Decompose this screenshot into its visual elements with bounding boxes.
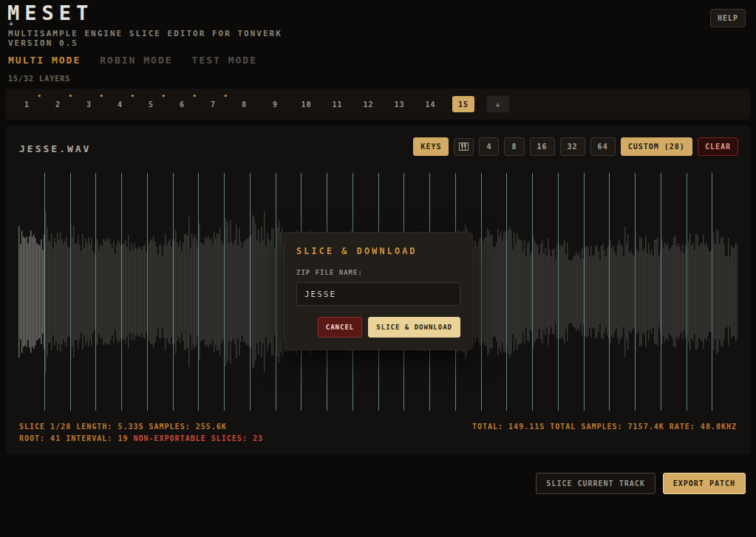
layer-tab-label: 4: [118, 100, 123, 109]
keys-button[interactable]: KEYS: [413, 137, 449, 156]
divide-16-button[interactable]: 16: [530, 137, 555, 156]
editor-toolbar: KEYS 48163264 CUSTOM (28) CLEAR: [413, 137, 738, 156]
layer-tab-label: 11: [332, 100, 342, 109]
layer-tab-12[interactable]: 12: [359, 96, 378, 112]
layer-tab-6[interactable]: 6•: [173, 96, 191, 112]
layer-tab-label: 10: [301, 100, 311, 109]
divide-8-button[interactable]: 8: [504, 137, 524, 156]
divide-4-button[interactable]: 4: [479, 137, 499, 156]
app-subtitle: MULTISAMPLE ENGINE SLICE EDITOR FOR TONV…: [8, 29, 282, 38]
layer-tab-15[interactable]: 15: [452, 96, 474, 112]
slice-status-line: SLICE 1/28 LENGTH: 5.33S SAMPLES: 255.6K: [19, 423, 227, 431]
clear-button[interactable]: CLEAR: [698, 137, 738, 156]
add-layer-button[interactable]: +: [487, 96, 509, 112]
tab-multi-mode[interactable]: MULTI MODE: [8, 55, 81, 66]
layer-tab-4[interactable]: 4•: [111, 96, 129, 112]
non-exportable-warning: NON-EXPORTABLE SLICES: 23: [133, 434, 263, 442]
mode-tabs: MULTI MODE ROBIN MODE TEST MODE: [8, 55, 257, 66]
layer-tab-label: 12: [363, 100, 373, 109]
layers-count-label: 15/32 LAYERS: [8, 75, 70, 83]
app-version: VERSION 0.5: [8, 38, 78, 48]
layer-tab-14[interactable]: 14: [421, 96, 440, 112]
divide-32-button[interactable]: 32: [560, 137, 585, 156]
footer-actions: SLICE CURRENT TRACK EXPORT PATCH: [536, 473, 746, 494]
zip-file-name-label: ZIP FILE NAME:: [296, 269, 460, 276]
modal-title: SLICE & DOWNLOAD: [296, 246, 460, 256]
app-root: MESET + MULTISAMPLE ENGINE SLICE EDITOR …: [0, 0, 756, 537]
layer-strip: 1•2•3•4•5•6•7•89101112131415+: [6, 89, 750, 120]
slice-download-modal: SLICE & DOWNLOAD ZIP FILE NAME: CANCEL S…: [284, 232, 473, 350]
modal-actions: CANCEL SLICE & DOWNLOAD: [296, 317, 460, 338]
tab-test-mode[interactable]: TEST MODE: [192, 55, 257, 66]
layer-tab-2[interactable]: 2•: [49, 96, 67, 112]
root-interval-text: ROOT: 41 INTERVAL: 19: [19, 434, 133, 442]
layer-dot-icon: •: [224, 92, 228, 100]
tab-robin-mode[interactable]: ROBIN MODE: [100, 55, 172, 66]
layer-tab-13[interactable]: 13: [390, 96, 409, 112]
layer-tab-1[interactable]: 1•: [18, 96, 36, 112]
layer-dot-icon: •: [100, 92, 103, 100]
layer-tab-7[interactable]: 7•: [204, 96, 222, 112]
layer-tab-8[interactable]: 8: [235, 96, 253, 112]
layer-tab-label: 9: [273, 100, 278, 109]
layer-tab-5[interactable]: 5•: [142, 96, 160, 112]
layer-tab-label: 7: [211, 100, 216, 109]
layer-tab-label: 5: [149, 100, 154, 109]
totals-status-line: TOTAL: 149.11S TOTAL SAMPLES: 7157.4K RA…: [472, 423, 737, 431]
layer-dot-icon: •: [162, 92, 166, 100]
layer-tab-label: 2: [55, 100, 61, 109]
layer-dot-icon: •: [38, 92, 41, 100]
layer-tab-label: 14: [425, 100, 435, 109]
slice-current-track-button[interactable]: SLICE CURRENT TRACK: [536, 473, 655, 494]
layer-dot-icon: •: [69, 92, 72, 100]
layer-tab-10[interactable]: 10: [297, 96, 316, 112]
piano-button[interactable]: [454, 138, 474, 156]
layer-tab-label: 8: [242, 100, 247, 109]
layer-tab-label: 15: [458, 100, 469, 109]
layer-dot-icon: •: [131, 92, 134, 100]
help-button[interactable]: HELP: [710, 9, 746, 27]
layer-tab-label: 6: [180, 100, 185, 109]
layer-tab-11[interactable]: 11: [328, 96, 347, 112]
layer-tab-3[interactable]: 3•: [80, 96, 98, 112]
filename-label: JESSE.WAV: [19, 143, 91, 154]
layer-tab-label: 3: [86, 100, 92, 109]
layer-tab-label: 1: [24, 100, 30, 109]
app-title: MESET: [7, 1, 93, 24]
custom-slices-button[interactable]: CUSTOM (28): [621, 137, 692, 156]
piano-icon: [459, 143, 469, 151]
slice-download-button[interactable]: SLICE & DOWNLOAD: [368, 317, 460, 338]
cancel-button[interactable]: CANCEL: [318, 317, 363, 338]
export-patch-button[interactable]: EXPORT PATCH: [663, 473, 746, 494]
root-interval-status-line: ROOT: 41 INTERVAL: 19 NON-EXPORTABLE SLI…: [19, 434, 263, 442]
layer-dot-icon: •: [193, 92, 197, 100]
zip-file-name-input[interactable]: [296, 282, 460, 306]
logo-plus-icon: +: [9, 20, 13, 28]
layer-tab-label: 13: [394, 100, 404, 109]
layer-tab-9[interactable]: 9: [266, 96, 285, 112]
divide-64-button[interactable]: 64: [590, 137, 616, 156]
